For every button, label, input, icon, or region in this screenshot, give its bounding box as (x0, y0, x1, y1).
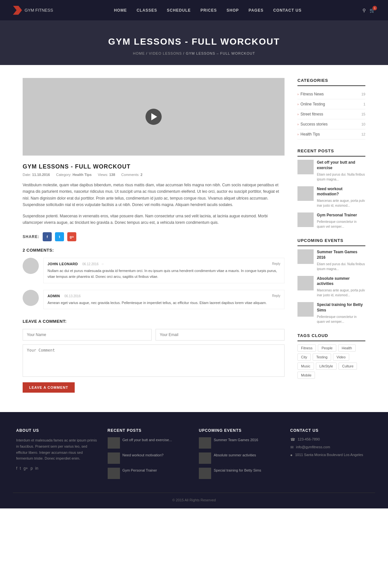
tag-health[interactable]: Health (338, 344, 356, 352)
breadcrumb-current: GYM LESSONS – FULL WORCKOUT (186, 51, 255, 55)
breadcrumb-video[interactable]: VIDEO LESSONS (149, 51, 182, 55)
recent-thumb-3 (297, 212, 314, 227)
nav-prices[interactable]: PRICES (200, 8, 217, 13)
play-button[interactable] (146, 109, 162, 125)
comment-text-2: Aenean eget varius augue, nec gravida le… (48, 300, 280, 306)
share-section: SHARE: f t g+ (23, 232, 285, 241)
recent-post-title-3[interactable]: Gym Personal Trainer (317, 212, 365, 218)
article-comments: Comments: 2 (121, 173, 142, 177)
article-views: Views: 138 (98, 173, 115, 177)
header: GYM FITNESS HOME CLASSES SCHEDULE PRICES… (0, 0, 388, 20)
share-facebook[interactable]: f (43, 232, 52, 241)
footer-recent-title: RECENT POSTS (108, 428, 189, 433)
phone-icon: ☎ (290, 437, 295, 442)
event-thumb-1 (297, 249, 314, 264)
nav-home[interactable]: HOME (114, 8, 127, 13)
category-fitness-news[interactable]: ›Fitness News 19 (297, 89, 365, 99)
footer-post-label-2[interactable]: Need workout motivation? (123, 452, 164, 464)
comments-section: 2 COMMENTS: JOHN LEONARD 06.12.2016 ○ Re… (23, 248, 285, 309)
tag-city[interactable]: City (297, 354, 311, 361)
recent-post-title-1[interactable]: Get off your butt and exercise (317, 160, 365, 171)
sidebar-events: UPCOMING EVENTS Summer Team Games 2016 E… (297, 238, 365, 324)
tag-video[interactable]: Video (333, 354, 349, 361)
logo-icon (13, 6, 22, 15)
event-2: Absolute summer activities Maecenas ante… (297, 276, 365, 298)
email-icon: ✉ (290, 445, 294, 450)
footer-twitter[interactable]: t (20, 466, 21, 471)
categories-title: CATEGORIES (297, 78, 365, 86)
share-googleplus[interactable]: g+ (67, 232, 76, 241)
tag-lifestyle[interactable]: LifeStyle (316, 363, 337, 370)
event-title-3[interactable]: Special training for Betty Sims (317, 302, 365, 313)
footer-events: UPCOMING EVENTS Summer Team Games 2016 A… (199, 428, 281, 483)
article-title: GYM LESSONS - FULL WORCKOUT (23, 163, 285, 170)
page-title: GYM LESSONS - FULL WORCKOUT (6, 37, 382, 47)
content-area: GYM LESSONS - FULL WORCKOUT Date: 11.10.… (23, 78, 285, 393)
tag-testing[interactable]: Testing (313, 354, 331, 361)
tag-mobile[interactable]: Mobile (297, 372, 315, 379)
comment-textarea[interactable] (23, 344, 285, 377)
tag-music[interactable]: Music (297, 363, 314, 370)
tag-fitness[interactable]: Fitness (297, 344, 316, 352)
event-3: Special training for Betty Sims Pellente… (297, 302, 365, 324)
footer-post-label-3[interactable]: Gym Personal Trainer (123, 468, 157, 479)
nav-schedule[interactable]: SCHEDULE (167, 8, 191, 13)
category-health-tips[interactable]: ›Health Tips 12 (297, 129, 365, 139)
comment-reply-2[interactable]: Reply (272, 294, 280, 298)
comment-text-1: Nullam ac dui et purus malesuada gravida… (48, 268, 280, 279)
nav-pages[interactable]: PAGES (249, 8, 264, 13)
footer-email: ✉ info@gymfitness.com (290, 445, 372, 450)
event-title-1[interactable]: Summer Team Games 2016 (317, 249, 365, 260)
share-twitter[interactable]: t (55, 232, 64, 241)
breadcrumb-home[interactable]: HOME (133, 51, 145, 55)
footer-post-1: Get off your butt and exercise... (108, 437, 189, 449)
tag-people[interactable]: People (318, 344, 336, 352)
tag-culture[interactable]: Culture (339, 363, 357, 370)
sidebar-categories: CATEGORIES ›Fitness News 19 ›Online Test… (297, 78, 365, 139)
nav-shop[interactable]: SHOP (227, 8, 239, 13)
event-title-2[interactable]: Absolute summer activities (317, 276, 365, 287)
event-1: Summer Team Games 2016 Etiam sed purus d… (297, 249, 365, 271)
footer-phone-text: 123-456-7890 (298, 437, 320, 441)
category-online-testing[interactable]: ›Online Testing 1 (297, 99, 365, 109)
search-icon[interactable]: ⚲ (362, 8, 366, 13)
footer-linkedin[interactable]: in (35, 466, 38, 471)
footer-event-thumb-3 (199, 468, 211, 479)
category-success-stories[interactable]: ›Success stories 10 (297, 119, 365, 129)
footer-about-text: Interdum et malesuada fames ac ante ipsu… (16, 437, 98, 462)
recent-posts-title: RECENT POSTS (297, 148, 365, 157)
comment-body-2: ADMIN 06.13.2016 Reply Aenean eget variu… (43, 290, 285, 310)
article-date: Date: 11.10.2016 (23, 173, 50, 177)
recent-thumb-2 (297, 186, 314, 201)
recent-post-title-2[interactable]: Need workout motivation? (317, 186, 365, 197)
nav-actions: ⚲ 🛒 1 (362, 8, 375, 13)
cart-icon[interactable]: 🛒 1 (370, 8, 375, 13)
nav-classes[interactable]: CLASSES (136, 8, 157, 13)
nav-contact[interactable]: CONTACT US (273, 8, 302, 13)
comment-reply-1[interactable]: Reply (272, 262, 280, 266)
comment-email-input[interactable] (156, 329, 285, 341)
cart-badge: 1 (372, 6, 377, 10)
footer-event-label-1[interactable]: Summer Team Games 2016 (214, 437, 258, 449)
footer-event-label-3[interactable]: Special training for Betty Sims (214, 468, 261, 479)
comment-name-input[interactable] (23, 329, 152, 341)
footer-facebook[interactable]: f (16, 466, 17, 471)
footer-post-2: Need workout motivation? (108, 452, 189, 464)
submit-comment-button[interactable]: LEAVE A COMMENT (23, 382, 75, 393)
footer: ABOUT US Interdum et malesuada fames ac … (0, 412, 388, 508)
category-street-fitness[interactable]: ›Street fitness 15 (297, 109, 365, 119)
footer-post-label-1[interactable]: Get off your butt and exercise... (123, 437, 172, 449)
footer-event-label-2[interactable]: Absolute summer activities (214, 452, 256, 464)
article-meta: Date: 11.10.2016 Category: Health Tips V… (23, 173, 285, 177)
events-title: UPCOMING EVENTS (297, 238, 365, 246)
comment-header-2: ADMIN 06.13.2016 Reply (48, 293, 280, 298)
article-body: Vestibulum molestie, quam vitae dapibus … (23, 182, 285, 226)
footer-pinterest[interactable]: p (30, 466, 33, 471)
footer-googleplus[interactable]: g+ (24, 466, 28, 471)
comment-body-1: JOHN LEONARD 06.12.2016 ○ Reply Nullam a… (43, 258, 285, 283)
footer-event-1: Summer Team Games 2016 (199, 437, 281, 449)
location-icon: ● (290, 453, 293, 457)
article-category: Category: Health Tips (56, 173, 92, 177)
comment-avatar-1 (23, 258, 39, 274)
footer-event-3: Special training for Betty Sims (199, 468, 281, 479)
